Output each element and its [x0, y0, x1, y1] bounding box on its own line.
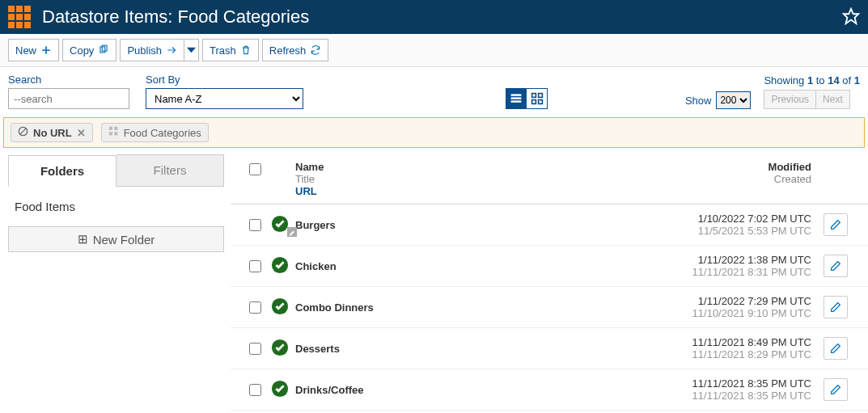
list-view-toggle[interactable]: [506, 88, 527, 109]
table-row[interactable]: Desserts11/11/2021 8:49 PM UTC11/11/2021…: [231, 328, 868, 369]
showing-text: Showing 1 to 14 of 1: [764, 74, 860, 86]
table-row[interactable]: Combo Dinners1/11/2022 7:29 PM UTC11/10/…: [231, 287, 868, 328]
arrow-right-icon: [166, 44, 177, 56]
table-row[interactable]: Drinks/Coffee11/11/2021 8:35 PM UTC11/11…: [231, 369, 868, 411]
svg-rect-15: [114, 132, 117, 135]
category-chip-label: Food Categories: [124, 127, 201, 139]
status-check-icon: [271, 297, 295, 318]
row-modified: 11/11/2021 8:49 PM UTC: [650, 336, 811, 348]
svg-rect-7: [538, 94, 542, 98]
no-url-chip[interactable]: No URL ✕: [11, 123, 93, 142]
svg-rect-4: [511, 97, 522, 99]
row-created: 11/11/2021 8:31 PM UTC: [650, 266, 811, 278]
trash-button-label: Trash: [210, 44, 236, 57]
plus-box-icon: ⊞: [78, 232, 88, 247]
copy-icon: [98, 44, 109, 56]
no-url-chip-label: No URL: [33, 127, 72, 139]
row-name: Combo Dinners: [295, 301, 374, 314]
previous-button[interactable]: Previous: [764, 90, 816, 109]
col-title-header: Title: [295, 173, 650, 185]
list-icon: [510, 92, 523, 105]
row-modified: 1/11/2022 7:29 PM UTC: [650, 295, 811, 307]
status-check-icon: [271, 256, 295, 276]
publish-button[interactable]: Publish: [120, 39, 184, 61]
svg-rect-5: [511, 100, 522, 102]
new-button[interactable]: New: [8, 39, 59, 61]
items-table: Name Title URL Modified Created Burgers1…: [231, 154, 868, 411]
grid-icon: [531, 92, 544, 105]
edit-button[interactable]: [824, 213, 848, 236]
edit-button[interactable]: [824, 255, 848, 277]
view-toggle-group: [506, 88, 548, 109]
row-name: Desserts: [295, 343, 340, 355]
copy-button-label: Copy: [70, 44, 94, 57]
publish-dropdown-caret[interactable]: [184, 39, 199, 61]
row-name: Burgers: [295, 219, 336, 231]
svg-rect-3: [511, 94, 522, 95]
svg-rect-8: [531, 100, 536, 104]
refresh-button[interactable]: Refresh: [262, 39, 329, 61]
col-url-header[interactable]: URL: [295, 185, 650, 197]
col-name-header[interactable]: Name: [295, 161, 650, 173]
search-input[interactable]: [8, 88, 129, 109]
svg-rect-2: [103, 45, 108, 51]
row-created: 11/11/2021 8:29 PM UTC: [650, 348, 811, 360]
search-label: Search: [8, 74, 129, 86]
filter-controls: Search Sort By Name A-Z Show 200: [0, 67, 868, 117]
new-folder-button[interactable]: ⊞ New Folder: [8, 226, 224, 252]
category-chip[interactable]: Food Categories: [101, 123, 209, 142]
table-row[interactable]: Chicken1/11/2022 1:38 PM UTC11/11/2021 8…: [231, 246, 868, 287]
sidebar: Folders Filters Food Items ⊞ New Folder: [0, 154, 231, 411]
edit-button[interactable]: [824, 337, 848, 360]
status-check-icon: [271, 339, 295, 359]
table-row[interactable]: Burgers1/10/2022 7:02 PM UTC11/5/2021 5:…: [231, 204, 868, 246]
edit-button[interactable]: [824, 296, 848, 318]
chevron-down-icon: [187, 44, 196, 56]
row-name: Chicken: [295, 260, 337, 272]
show-label: Show: [685, 95, 712, 107]
copy-button[interactable]: Copy: [62, 39, 116, 61]
table-header: Name Title URL Modified Created: [231, 154, 868, 204]
col-modified-header[interactable]: Modified: [650, 161, 811, 173]
edit-button[interactable]: [824, 378, 848, 401]
row-checkbox[interactable]: [249, 219, 261, 231]
filter-chips-bar: No URL ✕ Food Categories: [3, 117, 865, 148]
svg-rect-12: [108, 127, 112, 130]
trash-button[interactable]: Trash: [202, 39, 259, 61]
close-icon[interactable]: ✕: [77, 127, 86, 139]
row-created: 11/11/2021 8:35 PM UTC: [650, 390, 811, 402]
favorite-star-icon[interactable]: [842, 7, 860, 27]
new-folder-label: New Folder: [93, 233, 155, 247]
row-checkbox[interactable]: [249, 343, 261, 355]
grid-view-toggle[interactable]: [527, 88, 548, 109]
tab-folders[interactable]: Folders: [8, 155, 116, 187]
grid-small-icon: [108, 126, 119, 139]
row-checkbox[interactable]: [249, 301, 261, 314]
show-select[interactable]: 200: [716, 91, 751, 109]
status-check-icon: [271, 215, 295, 235]
refresh-icon: [310, 44, 321, 56]
sort-label: Sort By: [146, 74, 303, 86]
status-check-icon: [271, 380, 295, 400]
folder-item[interactable]: Food Items: [11, 195, 221, 218]
next-button[interactable]: Next: [816, 90, 850, 109]
row-modified: 1/11/2022 1:38 PM UTC: [650, 254, 811, 266]
row-name: Drinks/Coffee: [295, 384, 364, 396]
svg-rect-13: [114, 127, 117, 130]
svg-marker-0: [844, 8, 858, 23]
blocked-icon: [18, 126, 28, 139]
sort-select[interactable]: Name A-Z: [146, 88, 303, 109]
app-grid-icon[interactable]: [8, 6, 31, 28]
plus-icon: [40, 44, 52, 56]
action-toolbar: New Copy Publish Trash Refresh: [0, 34, 868, 67]
page-title: Datastore Items: Food Categories: [42, 6, 309, 27]
svg-rect-9: [538, 100, 542, 104]
svg-rect-6: [531, 94, 536, 98]
tab-filters[interactable]: Filters: [116, 154, 224, 186]
trash-icon: [240, 44, 252, 56]
col-created-header: Created: [650, 173, 811, 185]
row-checkbox[interactable]: [249, 260, 261, 272]
row-checkbox[interactable]: [249, 384, 261, 396]
row-created: 11/5/2021 5:53 PM UTC: [650, 225, 811, 237]
select-all-checkbox[interactable]: [249, 163, 261, 175]
